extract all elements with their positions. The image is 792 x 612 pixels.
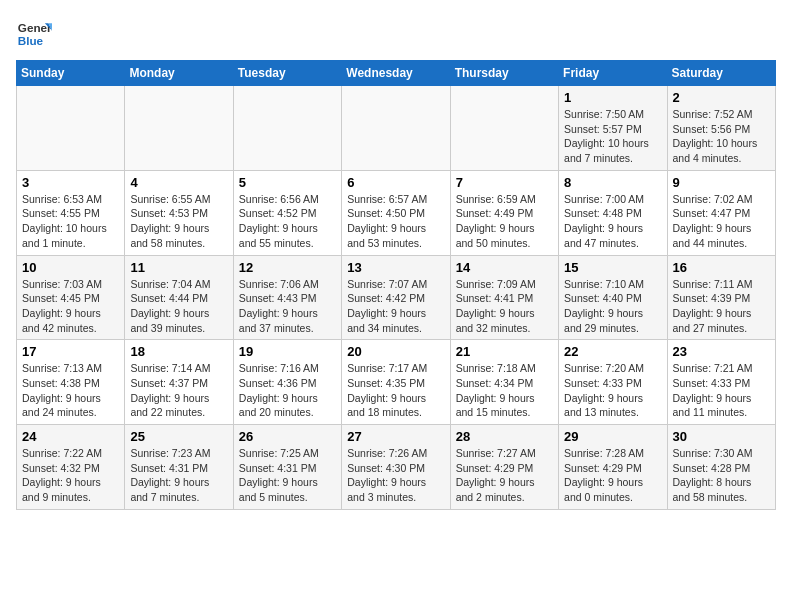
day-info: Sunrise: 6:55 AM Sunset: 4:53 PM Dayligh… xyxy=(130,192,227,251)
day-number: 11 xyxy=(130,260,227,275)
calendar-cell: 2Sunrise: 7:52 AM Sunset: 5:56 PM Daylig… xyxy=(667,86,775,171)
calendar-week-row: 24Sunrise: 7:22 AM Sunset: 4:32 PM Dayli… xyxy=(17,425,776,510)
svg-text:General: General xyxy=(18,21,52,34)
calendar-cell: 4Sunrise: 6:55 AM Sunset: 4:53 PM Daylig… xyxy=(125,170,233,255)
day-number: 25 xyxy=(130,429,227,444)
day-info: Sunrise: 7:50 AM Sunset: 5:57 PM Dayligh… xyxy=(564,107,661,166)
day-info: Sunrise: 7:13 AM Sunset: 4:38 PM Dayligh… xyxy=(22,361,119,420)
day-info: Sunrise: 7:16 AM Sunset: 4:36 PM Dayligh… xyxy=(239,361,336,420)
day-number: 18 xyxy=(130,344,227,359)
calendar-cell xyxy=(17,86,125,171)
day-number: 22 xyxy=(564,344,661,359)
calendar-cell: 8Sunrise: 7:00 AM Sunset: 4:48 PM Daylig… xyxy=(559,170,667,255)
day-info: Sunrise: 7:52 AM Sunset: 5:56 PM Dayligh… xyxy=(673,107,770,166)
calendar-cell: 14Sunrise: 7:09 AM Sunset: 4:41 PM Dayli… xyxy=(450,255,558,340)
day-info: Sunrise: 7:20 AM Sunset: 4:33 PM Dayligh… xyxy=(564,361,661,420)
page-header: General Blue xyxy=(16,16,776,52)
day-number: 14 xyxy=(456,260,553,275)
calendar-cell: 25Sunrise: 7:23 AM Sunset: 4:31 PM Dayli… xyxy=(125,425,233,510)
svg-text:Blue: Blue xyxy=(18,34,44,47)
calendar-cell: 23Sunrise: 7:21 AM Sunset: 4:33 PM Dayli… xyxy=(667,340,775,425)
calendar-cell xyxy=(450,86,558,171)
day-info: Sunrise: 7:07 AM Sunset: 4:42 PM Dayligh… xyxy=(347,277,444,336)
calendar-cell: 15Sunrise: 7:10 AM Sunset: 4:40 PM Dayli… xyxy=(559,255,667,340)
day-info: Sunrise: 7:25 AM Sunset: 4:31 PM Dayligh… xyxy=(239,446,336,505)
calendar-cell: 1Sunrise: 7:50 AM Sunset: 5:57 PM Daylig… xyxy=(559,86,667,171)
calendar-cell: 21Sunrise: 7:18 AM Sunset: 4:34 PM Dayli… xyxy=(450,340,558,425)
day-info: Sunrise: 7:04 AM Sunset: 4:44 PM Dayligh… xyxy=(130,277,227,336)
calendar-cell: 29Sunrise: 7:28 AM Sunset: 4:29 PM Dayli… xyxy=(559,425,667,510)
day-number: 10 xyxy=(22,260,119,275)
calendar-cell: 24Sunrise: 7:22 AM Sunset: 4:32 PM Dayli… xyxy=(17,425,125,510)
calendar-cell: 27Sunrise: 7:26 AM Sunset: 4:30 PM Dayli… xyxy=(342,425,450,510)
day-info: Sunrise: 7:10 AM Sunset: 4:40 PM Dayligh… xyxy=(564,277,661,336)
calendar-cell: 10Sunrise: 7:03 AM Sunset: 4:45 PM Dayli… xyxy=(17,255,125,340)
day-number: 4 xyxy=(130,175,227,190)
day-number: 6 xyxy=(347,175,444,190)
day-number: 16 xyxy=(673,260,770,275)
day-info: Sunrise: 7:14 AM Sunset: 4:37 PM Dayligh… xyxy=(130,361,227,420)
day-info: Sunrise: 6:56 AM Sunset: 4:52 PM Dayligh… xyxy=(239,192,336,251)
calendar-cell: 17Sunrise: 7:13 AM Sunset: 4:38 PM Dayli… xyxy=(17,340,125,425)
logo-icon: General Blue xyxy=(16,16,52,52)
day-info: Sunrise: 7:26 AM Sunset: 4:30 PM Dayligh… xyxy=(347,446,444,505)
calendar-cell xyxy=(233,86,341,171)
weekday-header-saturday: Saturday xyxy=(667,61,775,86)
calendar-cell: 28Sunrise: 7:27 AM Sunset: 4:29 PM Dayli… xyxy=(450,425,558,510)
weekday-header-thursday: Thursday xyxy=(450,61,558,86)
day-info: Sunrise: 7:22 AM Sunset: 4:32 PM Dayligh… xyxy=(22,446,119,505)
calendar-cell: 5Sunrise: 6:56 AM Sunset: 4:52 PM Daylig… xyxy=(233,170,341,255)
day-info: Sunrise: 7:30 AM Sunset: 4:28 PM Dayligh… xyxy=(673,446,770,505)
weekday-header-tuesday: Tuesday xyxy=(233,61,341,86)
day-info: Sunrise: 7:28 AM Sunset: 4:29 PM Dayligh… xyxy=(564,446,661,505)
calendar-cell: 13Sunrise: 7:07 AM Sunset: 4:42 PM Dayli… xyxy=(342,255,450,340)
day-info: Sunrise: 7:09 AM Sunset: 4:41 PM Dayligh… xyxy=(456,277,553,336)
day-number: 23 xyxy=(673,344,770,359)
calendar-cell xyxy=(342,86,450,171)
day-number: 1 xyxy=(564,90,661,105)
day-number: 15 xyxy=(564,260,661,275)
weekday-header-friday: Friday xyxy=(559,61,667,86)
calendar-cell: 18Sunrise: 7:14 AM Sunset: 4:37 PM Dayli… xyxy=(125,340,233,425)
day-info: Sunrise: 7:02 AM Sunset: 4:47 PM Dayligh… xyxy=(673,192,770,251)
day-info: Sunrise: 7:21 AM Sunset: 4:33 PM Dayligh… xyxy=(673,361,770,420)
calendar-cell: 16Sunrise: 7:11 AM Sunset: 4:39 PM Dayli… xyxy=(667,255,775,340)
day-number: 3 xyxy=(22,175,119,190)
day-number: 19 xyxy=(239,344,336,359)
day-number: 17 xyxy=(22,344,119,359)
calendar-cell: 3Sunrise: 6:53 AM Sunset: 4:55 PM Daylig… xyxy=(17,170,125,255)
day-info: Sunrise: 7:17 AM Sunset: 4:35 PM Dayligh… xyxy=(347,361,444,420)
calendar-week-row: 3Sunrise: 6:53 AM Sunset: 4:55 PM Daylig… xyxy=(17,170,776,255)
day-number: 8 xyxy=(564,175,661,190)
day-number: 7 xyxy=(456,175,553,190)
day-info: Sunrise: 6:59 AM Sunset: 4:49 PM Dayligh… xyxy=(456,192,553,251)
day-number: 12 xyxy=(239,260,336,275)
day-info: Sunrise: 7:23 AM Sunset: 4:31 PM Dayligh… xyxy=(130,446,227,505)
day-number: 5 xyxy=(239,175,336,190)
weekday-header-monday: Monday xyxy=(125,61,233,86)
calendar-cell xyxy=(125,86,233,171)
calendar-week-row: 1Sunrise: 7:50 AM Sunset: 5:57 PM Daylig… xyxy=(17,86,776,171)
day-number: 21 xyxy=(456,344,553,359)
calendar-week-row: 10Sunrise: 7:03 AM Sunset: 4:45 PM Dayli… xyxy=(17,255,776,340)
day-info: Sunrise: 6:53 AM Sunset: 4:55 PM Dayligh… xyxy=(22,192,119,251)
day-number: 13 xyxy=(347,260,444,275)
calendar-cell: 19Sunrise: 7:16 AM Sunset: 4:36 PM Dayli… xyxy=(233,340,341,425)
day-number: 27 xyxy=(347,429,444,444)
day-number: 26 xyxy=(239,429,336,444)
day-number: 2 xyxy=(673,90,770,105)
day-info: Sunrise: 7:03 AM Sunset: 4:45 PM Dayligh… xyxy=(22,277,119,336)
calendar-cell: 20Sunrise: 7:17 AM Sunset: 4:35 PM Dayli… xyxy=(342,340,450,425)
calendar-cell: 22Sunrise: 7:20 AM Sunset: 4:33 PM Dayli… xyxy=(559,340,667,425)
calendar-cell: 30Sunrise: 7:30 AM Sunset: 4:28 PM Dayli… xyxy=(667,425,775,510)
day-info: Sunrise: 7:18 AM Sunset: 4:34 PM Dayligh… xyxy=(456,361,553,420)
day-number: 20 xyxy=(347,344,444,359)
day-number: 29 xyxy=(564,429,661,444)
weekday-header-wednesday: Wednesday xyxy=(342,61,450,86)
calendar-cell: 9Sunrise: 7:02 AM Sunset: 4:47 PM Daylig… xyxy=(667,170,775,255)
calendar-cell: 7Sunrise: 6:59 AM Sunset: 4:49 PM Daylig… xyxy=(450,170,558,255)
day-info: Sunrise: 6:57 AM Sunset: 4:50 PM Dayligh… xyxy=(347,192,444,251)
day-number: 9 xyxy=(673,175,770,190)
day-info: Sunrise: 7:06 AM Sunset: 4:43 PM Dayligh… xyxy=(239,277,336,336)
weekday-header-sunday: Sunday xyxy=(17,61,125,86)
